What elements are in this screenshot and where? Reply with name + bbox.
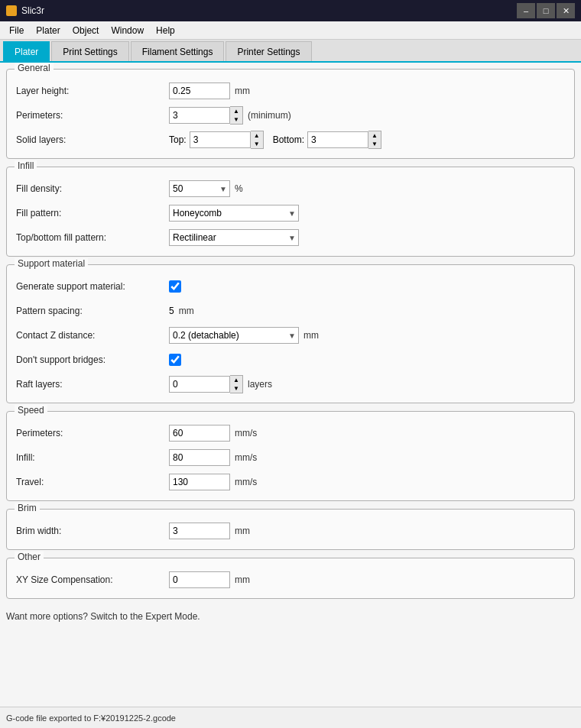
top-bottom-fill-pattern-select-wrapper: Rectilinear Concentric ▼ bbox=[169, 229, 299, 246]
top-label: Top: bbox=[169, 134, 187, 145]
fill-pattern-row: Fill pattern: Rectilinear Line Concentri… bbox=[16, 204, 565, 222]
dont-support-bridges-label: Don't support bridges: bbox=[16, 354, 169, 365]
tab-filament-settings[interactable]: Filament Settings bbox=[131, 41, 225, 61]
generate-support-checkbox[interactable] bbox=[169, 280, 181, 293]
top-spinner-btns: ▲ ▼ bbox=[251, 131, 264, 149]
window-title: Slic3r bbox=[21, 5, 44, 16]
close-button[interactable]: ✕ bbox=[557, 3, 575, 18]
dont-support-bridges-checkbox[interactable] bbox=[169, 354, 181, 366]
solid-layers-inputs: Top: ▲ ▼ Bottom: ▲ ▼ bbox=[169, 131, 381, 149]
bottom-down-btn[interactable]: ▼ bbox=[368, 140, 381, 148]
section-brim: Brim Brim width: mm bbox=[6, 509, 575, 550]
solid-layers-row: Solid layers: Top: ▲ ▼ Bottom: ▲ ▼ bbox=[16, 131, 565, 149]
pattern-spacing-label: Pattern spacing: bbox=[16, 306, 169, 316]
perimeters-row: Perimeters: ▲ ▼ (minimum) bbox=[16, 106, 565, 125]
bottom-spinner: ▲ ▼ bbox=[307, 131, 381, 149]
top-up-btn[interactable]: ▲ bbox=[251, 131, 263, 140]
speed-travel-unit: mm/s bbox=[235, 477, 257, 487]
section-general: General Layer height: mm Perimeters: ▲ ▼… bbox=[6, 69, 575, 159]
fill-pattern-select[interactable]: Rectilinear Line Concentric Honeycomb 3D… bbox=[169, 205, 299, 222]
menu-window[interactable]: Window bbox=[105, 24, 150, 37]
solid-top-input[interactable] bbox=[190, 131, 251, 148]
main-content: General Layer height: mm Perimeters: ▲ ▼… bbox=[0, 63, 581, 707]
tab-plater[interactable]: Plater bbox=[3, 41, 50, 61]
speed-perimeters-unit: mm/s bbox=[235, 428, 257, 438]
speed-infill-input[interactable] bbox=[169, 449, 230, 466]
contact-z-row: Contact Z distance: 0 (soluble) 0.2 (det… bbox=[16, 326, 565, 345]
status-text: G-code file exported to F:¥20191225-2.gc… bbox=[6, 713, 176, 723]
xy-compensation-row: XY Size Compensation: mm bbox=[16, 571, 565, 589]
layer-height-label: Layer height: bbox=[16, 86, 169, 96]
title-bar: Slic3r – □ ✕ bbox=[0, 0, 581, 21]
speed-travel-row: Travel: mm/s bbox=[16, 473, 565, 491]
perimeters-down-btn[interactable]: ▼ bbox=[230, 115, 242, 124]
window-controls: – □ ✕ bbox=[517, 3, 575, 18]
tab-print-settings[interactable]: Print Settings bbox=[51, 41, 128, 61]
layer-height-input[interactable] bbox=[169, 83, 230, 99]
perimeters-spinner-btns: ▲ ▼ bbox=[230, 106, 243, 125]
raft-layers-unit: layers bbox=[248, 379, 272, 390]
solid-bottom-input[interactable] bbox=[307, 131, 368, 148]
menu-object[interactable]: Object bbox=[67, 24, 105, 37]
pattern-spacing-value: 5 bbox=[169, 306, 174, 316]
expert-mode-text: Want more options? Switch to the Expert … bbox=[6, 607, 575, 623]
fill-density-select[interactable]: 10 20 30 40 50 60 70 80 90 100 bbox=[169, 180, 230, 197]
app-icon bbox=[6, 5, 17, 16]
section-speed: Speed Perimeters: mm/s Infill: mm/s Trav… bbox=[6, 411, 575, 501]
section-other-title: Other bbox=[15, 552, 44, 562]
speed-travel-input[interactable] bbox=[169, 474, 230, 490]
fill-pattern-label: Fill pattern: bbox=[16, 208, 169, 218]
perimeters-label: Perimeters: bbox=[16, 110, 169, 121]
raft-layers-row: Raft layers: ▲ ▼ layers bbox=[16, 375, 565, 393]
raft-up-btn[interactable]: ▲ bbox=[230, 376, 242, 384]
layer-height-unit: mm bbox=[235, 86, 250, 96]
minimize-button[interactable]: – bbox=[517, 3, 535, 18]
fill-density-unit: % bbox=[235, 183, 243, 194]
contact-z-select[interactable]: 0 (soluble) 0.2 (detachable) bbox=[169, 327, 299, 344]
top-bottom-fill-pattern-label: Top/bottom fill pattern: bbox=[16, 232, 169, 243]
speed-infill-label: Infill: bbox=[16, 452, 169, 463]
perimeters-spinner: ▲ ▼ bbox=[169, 106, 243, 125]
raft-down-btn[interactable]: ▼ bbox=[230, 384, 242, 393]
pattern-spacing-row: Pattern spacing: 5 mm bbox=[16, 302, 565, 320]
maximize-button[interactable]: □ bbox=[537, 3, 555, 18]
tab-printer-settings[interactable]: Printer Settings bbox=[226, 41, 311, 61]
xy-compensation-unit: mm bbox=[235, 574, 250, 585]
section-other: Other XY Size Compensation: mm bbox=[6, 558, 575, 599]
raft-layers-spinner-btns: ▲ ▼ bbox=[230, 375, 243, 393]
top-spinner: ▲ ▼ bbox=[190, 131, 264, 149]
speed-perimeters-row: Perimeters: mm/s bbox=[16, 424, 565, 442]
section-general-title: General bbox=[15, 63, 54, 73]
speed-perimeters-input[interactable] bbox=[169, 425, 230, 442]
menu-help[interactable]: Help bbox=[150, 24, 181, 37]
xy-compensation-input[interactable] bbox=[169, 571, 230, 588]
raft-layers-label: Raft layers: bbox=[16, 379, 169, 390]
section-infill-title: Infill bbox=[15, 160, 37, 171]
menu-bar: File Plater Object Window Help bbox=[0, 21, 581, 40]
menu-file[interactable]: File bbox=[3, 24, 30, 37]
menu-plater[interactable]: Plater bbox=[30, 24, 66, 37]
layer-height-row: Layer height: mm bbox=[16, 82, 565, 100]
brim-width-row: Brim width: mm bbox=[16, 522, 565, 540]
fill-pattern-select-wrapper: Rectilinear Line Concentric Honeycomb 3D… bbox=[169, 205, 299, 222]
top-bottom-fill-pattern-row: Top/bottom fill pattern: Rectilinear Con… bbox=[16, 228, 565, 247]
generate-support-row: Generate support material: bbox=[16, 277, 565, 296]
brim-width-unit: mm bbox=[235, 526, 250, 536]
speed-infill-unit: mm/s bbox=[235, 452, 257, 463]
generate-support-label: Generate support material: bbox=[16, 281, 169, 292]
raft-layers-input[interactable] bbox=[169, 376, 230, 393]
top-down-btn[interactable]: ▼ bbox=[251, 140, 263, 148]
section-support-material: Support material Generate support materi… bbox=[6, 264, 575, 403]
bottom-up-btn[interactable]: ▲ bbox=[368, 131, 381, 140]
dont-support-bridges-row: Don't support bridges: bbox=[16, 351, 565, 369]
fill-density-label: Fill density: bbox=[16, 183, 169, 194]
solid-layers-label: Solid layers: bbox=[16, 134, 169, 145]
top-bottom-fill-pattern-select[interactable]: Rectilinear Concentric bbox=[169, 229, 299, 246]
fill-density-select-wrapper: 10 20 30 40 50 60 70 80 90 100 ▼ bbox=[169, 180, 230, 197]
perimeters-input[interactable] bbox=[169, 107, 230, 124]
pattern-spacing-unit: mm bbox=[179, 306, 194, 316]
brim-width-input[interactable] bbox=[169, 523, 230, 539]
perimeters-up-btn[interactable]: ▲ bbox=[230, 107, 242, 115]
bottom-spinner-btns: ▲ ▼ bbox=[368, 131, 381, 149]
section-speed-title: Speed bbox=[15, 405, 47, 416]
